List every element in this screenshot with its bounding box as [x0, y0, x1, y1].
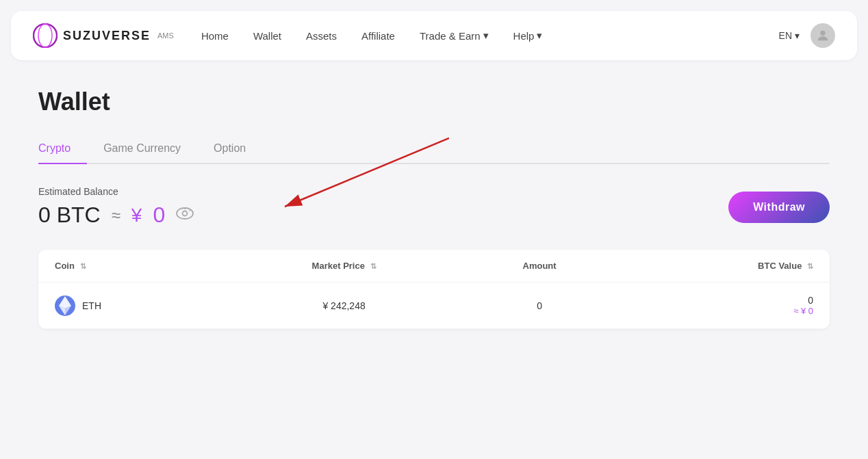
main-content: Wallet Crypto Game Currency Option Estim… — [16, 71, 852, 356]
col-btc-value[interactable]: BTC Value ⇅ — [619, 250, 830, 283]
svg-point-2 — [820, 31, 825, 36]
cell-coin: ETH — [38, 283, 228, 329]
col-amount: Amount — [460, 250, 619, 283]
svg-point-0 — [34, 24, 57, 47]
brand-badge: AMS — [157, 31, 174, 40]
approx-symbol: ≈ — [112, 206, 120, 225]
logo-icon — [33, 23, 58, 48]
table-row: ETH ¥ 242,248 0 0 ≈ ¥ 0 — [38, 283, 830, 329]
table-header: Coin ⇅ Market Price ⇅ Amount BTC Value ⇅ — [38, 250, 830, 283]
btc-value-cny: ≈ ¥ 0 — [635, 306, 813, 316]
sort-icon: ⇅ — [370, 262, 376, 270]
nav-trade-earn[interactable]: Trade & Earn ▾ — [420, 29, 489, 42]
nav-wallet[interactable]: Wallet — [253, 30, 281, 42]
balance-row: 0 BTC ≈ ¥ 0 — [38, 202, 830, 228]
table: Coin ⇅ Market Price ⇅ Amount BTC Value ⇅ — [38, 250, 830, 329]
svg-point-4 — [183, 211, 188, 216]
svg-point-1 — [38, 24, 52, 47]
balance-cny: 0 — [153, 202, 165, 228]
btc-value-main: 0 — [635, 295, 813, 306]
avatar-icon — [815, 28, 830, 43]
table-body: ETH ¥ 242,248 0 0 ≈ ¥ 0 — [38, 283, 830, 329]
eth-icon — [55, 296, 75, 316]
cell-amount: 0 — [460, 283, 619, 329]
tab-bar: Crypto Game Currency Option — [38, 135, 830, 164]
chevron-down-icon: ▾ — [537, 29, 542, 42]
chevron-down-icon: ▾ — [795, 30, 800, 41]
coin-name: ETH — [82, 300, 101, 311]
crypto-table: Coin ⇅ Market Price ⇅ Amount BTC Value ⇅ — [38, 250, 830, 329]
brand-name: SUZUVERSE — [63, 29, 151, 43]
chevron-down-icon: ▾ — [483, 29, 489, 42]
cell-market-price: ¥ 242,248 — [228, 283, 460, 329]
tab-option[interactable]: Option — [197, 135, 262, 164]
page-title: Wallet — [38, 88, 830, 116]
sort-icon: ⇅ — [80, 262, 86, 270]
col-market-price[interactable]: Market Price ⇅ — [228, 250, 460, 283]
tab-game-currency[interactable]: Game Currency — [87, 135, 197, 164]
svg-line-6 — [190, 210, 191, 211]
nav-links: Home Wallet Assets Affiliate Trade & Ear… — [201, 29, 779, 42]
nav-help[interactable]: Help ▾ — [513, 29, 543, 42]
withdraw-button[interactable]: Withdraw — [728, 192, 830, 223]
balance-section: Estimated Balance 0 BTC ≈ ¥ 0 — [38, 186, 830, 228]
toggle-balance-icon[interactable] — [176, 207, 194, 224]
cell-btc-value: 0 ≈ ¥ 0 — [619, 283, 830, 329]
language-selector[interactable]: EN ▾ — [779, 30, 800, 41]
balance-label: Estimated Balance — [38, 186, 830, 197]
navbar: SUZUVERSE AMS Home Wallet Assets Affilia… — [11, 11, 857, 60]
nav-affiliate[interactable]: Affiliate — [361, 30, 395, 42]
tab-crypto[interactable]: Crypto — [38, 135, 87, 164]
sort-icon: ⇅ — [807, 262, 813, 270]
nav-home[interactable]: Home — [201, 30, 229, 42]
user-avatar[interactable] — [810, 23, 835, 48]
svg-point-3 — [177, 208, 193, 219]
col-coin[interactable]: Coin ⇅ — [38, 250, 228, 283]
yen-symbol: ¥ — [131, 205, 142, 226]
nav-assets[interactable]: Assets — [306, 30, 337, 42]
nav-right: EN ▾ — [779, 23, 835, 48]
logo[interactable]: SUZUVERSE AMS — [33, 23, 174, 48]
balance-btc: 0 BTC — [38, 202, 101, 228]
